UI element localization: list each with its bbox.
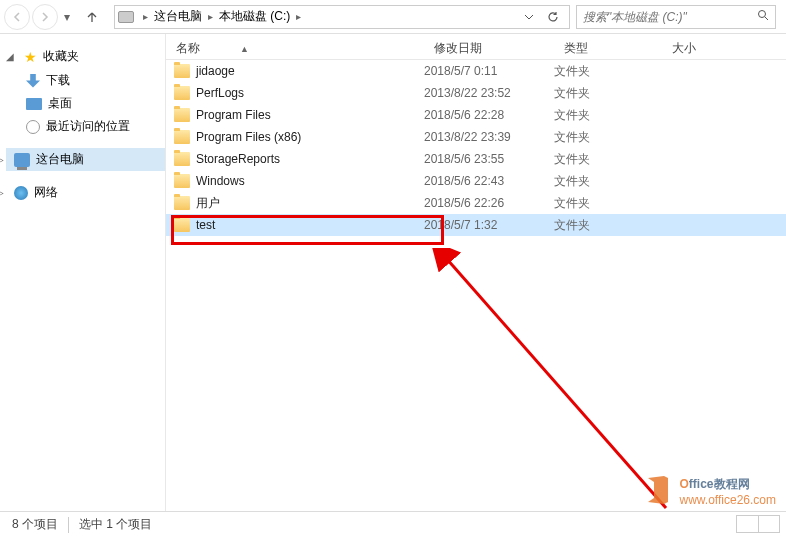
chevron-right-icon[interactable]: ▸: [208, 11, 213, 22]
folder-icon: [166, 196, 196, 210]
star-icon: ★: [24, 49, 37, 65]
column-headers: 名称 ▲ 修改日期 类型 大小: [166, 34, 786, 60]
body-area: ◢ ★ 收藏夹 下载 桌面 最近访问的位置 ▷ 这台电脑 ▷ 网络: [0, 34, 786, 511]
column-label: 名称: [176, 40, 200, 57]
office-logo-icon: [642, 474, 674, 506]
file-date: 2018/5/6 22:28: [424, 108, 554, 122]
folder-icon: [166, 86, 196, 100]
file-row[interactable]: Program Files (x86) 2013/8/22 23:39 文件夹: [166, 126, 786, 148]
back-button[interactable]: [4, 4, 30, 30]
content-pane: 名称 ▲ 修改日期 类型 大小 jidaoge 2018/5/7 0:11 文件…: [166, 34, 786, 511]
folder-icon: [166, 152, 196, 166]
file-name: Program Files: [196, 108, 424, 122]
sidebar: ◢ ★ 收藏夹 下载 桌面 最近访问的位置 ▷ 这台电脑 ▷ 网络: [0, 34, 165, 511]
favorites-label: 收藏夹: [43, 48, 79, 65]
sidebar-item-this-pc[interactable]: ▷ 这台电脑: [6, 148, 165, 171]
sidebar-item-downloads[interactable]: 下载: [6, 69, 165, 92]
refresh-icon[interactable]: [543, 7, 563, 27]
folder-icon: [166, 174, 196, 188]
file-row[interactable]: Windows 2018/5/6 22:43 文件夹: [166, 170, 786, 192]
toolbar: ▾ ▸ 这台电脑 ▸ 本地磁盘 (C:) ▸: [0, 0, 786, 34]
file-date: 2013/8/22 23:39: [424, 130, 554, 144]
file-row[interactable]: PerfLogs 2013/8/22 23:52 文件夹: [166, 82, 786, 104]
sort-arrow-icon: ▲: [240, 44, 249, 54]
address-controls: [519, 7, 567, 27]
breadcrumb: ▸ 这台电脑 ▸ 本地磁盘 (C:) ▸: [139, 8, 519, 25]
column-size[interactable]: 大小: [662, 40, 786, 57]
chevron-right-icon[interactable]: ▸: [296, 11, 301, 22]
file-type: 文件夹: [554, 195, 662, 212]
sidebar-item-desktop[interactable]: 桌面: [6, 92, 165, 115]
file-type: 文件夹: [554, 173, 662, 190]
file-date: 2018/5/6 23:55: [424, 152, 554, 166]
file-row[interactable]: test 2018/5/7 1:32 文件夹: [166, 214, 786, 236]
file-type: 文件夹: [554, 151, 662, 168]
column-name[interactable]: 名称 ▲: [166, 40, 424, 57]
svg-point-0: [759, 11, 766, 18]
watermark-title: Office教程网: [680, 472, 777, 493]
folder-icon: [166, 108, 196, 122]
sidebar-item-label: 下载: [46, 72, 70, 89]
history-dropdown[interactable]: ▾: [60, 4, 74, 30]
file-type: 文件夹: [554, 129, 662, 146]
expand-icon[interactable]: ▷: [0, 187, 6, 198]
file-row[interactable]: StorageReports 2018/5/6 23:55 文件夹: [166, 148, 786, 170]
status-bar: 8 个项目 选中 1 个项目: [0, 511, 786, 537]
search-icon[interactable]: [757, 9, 769, 24]
file-name: PerfLogs: [196, 86, 424, 100]
file-type: 文件夹: [554, 217, 662, 234]
sidebar-item-network[interactable]: ▷ 网络: [6, 181, 165, 204]
file-date: 2018/5/6 22:26: [424, 196, 554, 210]
file-type: 文件夹: [554, 63, 662, 80]
status-selection: 选中 1 个项目: [79, 516, 152, 533]
up-button[interactable]: [80, 5, 104, 29]
status-separator: [68, 517, 69, 533]
chevron-right-icon[interactable]: ▸: [143, 11, 148, 22]
file-date: 2018/5/6 22:43: [424, 174, 554, 188]
computer-icon: [14, 153, 30, 167]
file-date: 2018/5/7 1:32: [424, 218, 554, 232]
search-box[interactable]: [576, 5, 776, 29]
file-name: jidaoge: [196, 64, 424, 78]
view-mode-toggle[interactable]: [736, 515, 780, 533]
sidebar-item-label: 桌面: [48, 95, 72, 112]
search-input[interactable]: [583, 10, 757, 24]
address-bar[interactable]: ▸ 这台电脑 ▸ 本地磁盘 (C:) ▸: [114, 5, 570, 29]
file-name: StorageReports: [196, 152, 424, 166]
drive-icon: [117, 8, 135, 26]
file-name: Program Files (x86): [196, 130, 424, 144]
folder-icon: [166, 218, 196, 232]
forward-button[interactable]: [32, 4, 58, 30]
column-type[interactable]: 类型: [554, 40, 662, 57]
sidebar-item-label: 这台电脑: [36, 151, 84, 168]
file-type: 文件夹: [554, 85, 662, 102]
file-name: 用户: [196, 195, 424, 212]
collapse-icon[interactable]: ◢: [6, 51, 16, 62]
svg-line-1: [446, 258, 666, 508]
sidebar-item-label: 网络: [34, 184, 58, 201]
expand-icon[interactable]: ▷: [0, 154, 6, 165]
folder-icon: [166, 64, 196, 78]
file-row[interactable]: 用户 2018/5/6 22:26 文件夹: [166, 192, 786, 214]
file-row[interactable]: Program Files 2018/5/6 22:28 文件夹: [166, 104, 786, 126]
crumb-this-pc[interactable]: 这台电脑: [152, 8, 204, 25]
crumb-drive-c[interactable]: 本地磁盘 (C:): [217, 8, 292, 25]
folder-icon: [166, 130, 196, 144]
watermark: Office教程网 www.office26.com: [642, 472, 777, 507]
file-date: 2013/8/22 23:52: [424, 86, 554, 100]
desktop-icon: [26, 98, 42, 110]
address-dropdown-icon[interactable]: [519, 7, 539, 27]
favorites-header[interactable]: ◢ ★ 收藏夹: [6, 44, 165, 69]
status-item-count: 8 个项目: [12, 516, 58, 533]
file-date: 2018/5/7 0:11: [424, 64, 554, 78]
file-row[interactable]: jidaoge 2018/5/7 0:11 文件夹: [166, 60, 786, 82]
download-icon: [26, 74, 40, 88]
sidebar-item-recent[interactable]: 最近访问的位置: [6, 115, 165, 138]
network-icon: [14, 186, 28, 200]
file-name: Windows: [196, 174, 424, 188]
file-list[interactable]: jidaoge 2018/5/7 0:11 文件夹 PerfLogs 2013/…: [166, 60, 786, 511]
file-type: 文件夹: [554, 107, 662, 124]
column-date[interactable]: 修改日期: [424, 40, 554, 57]
watermark-url: www.office26.com: [680, 493, 777, 507]
sidebar-item-label: 最近访问的位置: [46, 118, 130, 135]
